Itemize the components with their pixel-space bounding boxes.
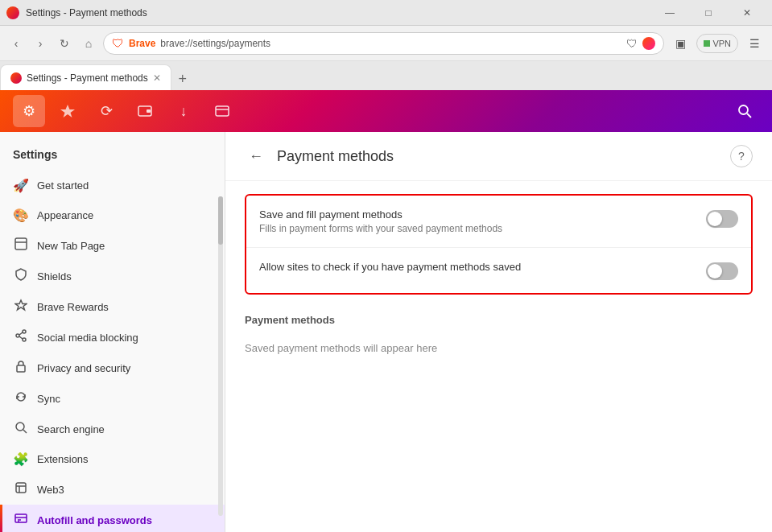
svg-rect-21	[15, 514, 27, 522]
svg-point-5	[739, 105, 748, 114]
get-started-icon: 🚀	[13, 178, 29, 193]
wallet-toolbar-icon[interactable]	[129, 95, 161, 127]
back-nav-button[interactable]: ‹	[6, 34, 26, 53]
save-fill-desc: Fills in payment forms with your saved p…	[259, 223, 696, 234]
sidebar-item-label: Privacy and security	[37, 362, 130, 374]
address-bar[interactable]: 🛡 Brave brave://settings/payments 🛡	[103, 32, 664, 55]
sidebar-container: Settings 🚀 Get started 🎨 Appearance New …	[0, 132, 225, 532]
window-favicon	[6, 6, 19, 19]
title-bar: Settings - Payment methods — □ ✕	[0, 0, 772, 26]
sidebar-item-search-engine[interactable]: Search engine	[0, 414, 225, 444]
sidebar-item-social-media-blocking[interactable]: Social media blocking	[0, 322, 225, 353]
sidebar-item-extensions[interactable]: 🧩 Extensions	[0, 444, 225, 474]
sidebar-item-label: Sync	[37, 393, 60, 405]
sidebar-item-sync[interactable]: Sync	[0, 383, 225, 414]
svg-point-10	[16, 334, 19, 337]
svg-rect-7	[15, 238, 27, 250]
payment-methods-empty: Saved payment methods will appear here	[245, 336, 753, 361]
tab-favicon	[10, 72, 22, 84]
toggle-knob	[708, 212, 722, 226]
sidebar-item-label: New Tab Page	[37, 240, 105, 252]
vpn-label: VPN	[712, 39, 731, 48]
svg-marker-0	[60, 105, 75, 118]
tab-close-button[interactable]: ✕	[153, 72, 161, 84]
home-button[interactable]: ⌂	[79, 34, 98, 53]
forward-nav-button[interactable]: ›	[31, 34, 50, 53]
help-button[interactable]: ?	[730, 145, 753, 167]
sites-check-toggle[interactable]	[706, 262, 738, 280]
sidebar-item-label: Get started	[37, 179, 89, 192]
settings-content: Save and fill payment methods Fills in p…	[225, 181, 772, 373]
svg-point-16	[16, 423, 24, 431]
sidebar-scrollbar-track[interactable]	[218, 196, 223, 516]
page-header: ← Payment methods ?	[225, 132, 772, 181]
vpn-button[interactable]: VPN	[696, 34, 738, 53]
minimize-button[interactable]: —	[651, 0, 688, 26]
payment-methods-heading: Payment methods	[245, 311, 753, 326]
sidebar-toggle-button[interactable]: ▣	[669, 32, 691, 55]
vpn-dot	[704, 40, 710, 47]
svg-marker-9	[15, 300, 27, 310]
sites-check-text: Allow sites to check if you have payment…	[259, 261, 696, 273]
svg-line-14	[19, 336, 23, 339]
browser-toolbar-right: ▣ VPN ☰	[669, 32, 766, 55]
rewards-toolbar-icon[interactable]	[52, 95, 84, 127]
sync-icon	[13, 390, 29, 406]
svg-rect-3	[216, 106, 229, 116]
sidebar-heading: Settings	[0, 142, 225, 171]
svg-line-6	[747, 113, 751, 118]
sidebar-item-autofill[interactable]: Autofill and passwords	[0, 505, 225, 532]
save-fill-toggle[interactable]	[706, 210, 738, 228]
active-tab[interactable]: Settings - Payment methods ✕	[0, 64, 171, 90]
sidebar: Settings 🚀 Get started 🎨 Appearance New …	[0, 132, 225, 532]
social-media-icon	[13, 329, 29, 345]
sidebar-item-label: Appearance	[37, 209, 93, 221]
brave-brand-label: Brave	[129, 38, 155, 49]
toolbar-search-button[interactable]	[730, 97, 759, 126]
new-tab-icon	[13, 237, 29, 254]
settings-toolbar-icon[interactable]: ⚙	[13, 95, 45, 127]
sites-check-toggle-row: Allow sites to check if you have payment…	[246, 248, 751, 293]
menu-button[interactable]: ☰	[743, 32, 766, 55]
close-button[interactable]: ✕	[729, 0, 766, 26]
cards-toolbar-icon[interactable]	[206, 95, 238, 127]
sidebar-scrollbar-thumb[interactable]	[218, 196, 223, 245]
new-tab-button[interactable]: +	[171, 68, 194, 90]
sites-check-label: Allow sites to check if you have payment…	[259, 261, 696, 273]
tab-title: Settings - Payment methods	[27, 72, 148, 84]
autofill-icon	[13, 512, 29, 528]
save-fill-label: Save and fill payment methods	[259, 208, 696, 221]
sidebar-item-label: Web3	[37, 484, 64, 496]
shields-icon	[13, 268, 29, 284]
reload-button[interactable]: ↻	[55, 34, 74, 53]
svg-line-13	[19, 332, 23, 335]
history-toolbar-icon[interactable]: ⟳	[90, 95, 122, 127]
sidebar-item-web3[interactable]: Web3	[0, 474, 225, 505]
svg-rect-2	[147, 109, 151, 113]
browser-chrome: ‹ › ↻ ⌂ 🛡 Brave brave://settings/payment…	[0, 26, 772, 61]
extensions-icon: 🧩	[13, 452, 29, 467]
icon-toolbar: ⚙ ⟳ ↓	[0, 90, 772, 132]
svg-rect-18	[16, 483, 26, 493]
sidebar-item-appearance[interactable]: 🎨 Appearance	[0, 200, 225, 230]
sidebar-item-privacy-security[interactable]: Privacy and security	[0, 353, 225, 383]
svg-line-17	[23, 430, 27, 433]
svg-point-11	[23, 330, 26, 333]
search-engine-icon	[13, 421, 29, 437]
sidebar-item-shields[interactable]: Shields	[0, 261, 225, 291]
download-toolbar-icon[interactable]: ↓	[167, 95, 200, 127]
address-text: brave://settings/payments	[160, 38, 621, 49]
content-area: ← Payment methods ? Save and fill paymen…	[225, 132, 772, 532]
brave-rewards-icon	[13, 299, 29, 315]
sidebar-item-get-started[interactable]: 🚀 Get started	[0, 171, 225, 200]
brave-shield-icon: 🛡	[112, 36, 124, 50]
sidebar-item-new-tab[interactable]: New Tab Page	[0, 230, 225, 261]
sidebar-item-label: Search engine	[37, 423, 105, 435]
toggle-knob	[708, 264, 722, 278]
maximize-button[interactable]: □	[690, 0, 727, 26]
page-back-button[interactable]: ←	[245, 145, 267, 167]
svg-point-12	[23, 338, 26, 341]
save-fill-toggle-row: Save and fill payment methods Fills in p…	[246, 196, 751, 248]
sidebar-item-brave-rewards[interactable]: Brave Rewards	[0, 291, 225, 322]
window-title: Settings - Payment methods	[26, 7, 645, 19]
